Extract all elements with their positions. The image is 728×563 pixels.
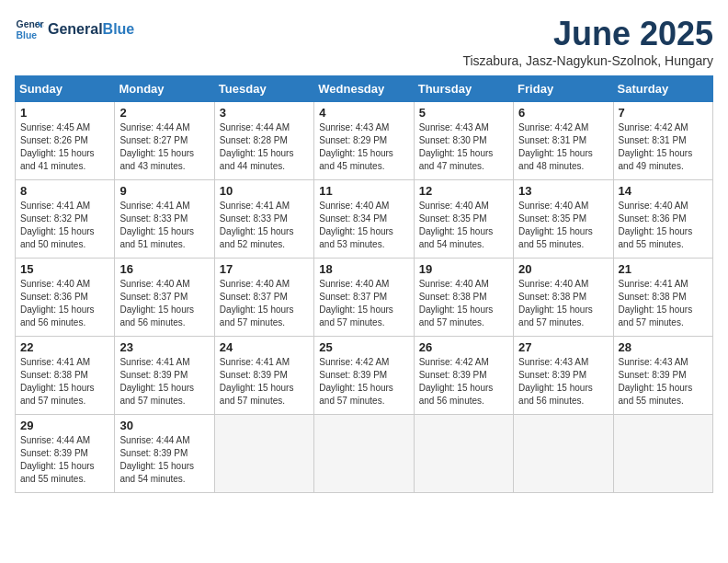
- sunrise-label: Sunrise: 4:40 AM: [119, 279, 189, 289]
- daylight-label: Daylight: 15 hours and 50 minutes.: [20, 226, 95, 249]
- day-number: 25: [319, 340, 408, 354]
- week-row-1: 1 Sunrise: 4:45 AM Sunset: 8:26 PM Dayli…: [16, 102, 713, 180]
- weekday-header-row: SundayMondayTuesdayWednesdayThursdayFrid…: [16, 76, 713, 102]
- day-info: Sunrise: 4:40 AM Sunset: 8:36 PM Dayligh…: [619, 200, 708, 251]
- week-row-5: 29 Sunrise: 4:44 AM Sunset: 8:39 PM Dayl…: [16, 415, 713, 493]
- daylight-label: Daylight: 15 hours and 57 minutes.: [518, 304, 593, 327]
- sunset-label: Sunset: 8:30 PM: [419, 135, 487, 145]
- day-info: Sunrise: 4:41 AM Sunset: 8:33 PM Dayligh…: [119, 200, 209, 251]
- daylight-label: Daylight: 15 hours and 55 minutes.: [20, 461, 95, 484]
- daylight-label: Daylight: 15 hours and 53 minutes.: [319, 226, 393, 249]
- daylight-label: Daylight: 15 hours and 49 minutes.: [619, 148, 693, 171]
- sunset-label: Sunset: 8:38 PM: [619, 292, 687, 302]
- weekday-header-saturday: Saturday: [613, 76, 712, 102]
- sunrise-label: Sunrise: 4:45 AM: [20, 122, 90, 132]
- day-info: Sunrise: 4:40 AM Sunset: 8:38 PM Dayligh…: [419, 278, 508, 329]
- day-info: Sunrise: 4:45 AM Sunset: 8:26 PM Dayligh…: [20, 121, 109, 173]
- sunrise-label: Sunrise: 4:40 AM: [319, 279, 389, 289]
- sunset-label: Sunset: 8:36 PM: [619, 213, 687, 224]
- sunset-label: Sunset: 8:31 PM: [518, 135, 586, 145]
- calendar-cell: 21 Sunrise: 4:41 AM Sunset: 8:38 PM Dayl…: [613, 259, 712, 337]
- sunrise-label: Sunrise: 4:44 AM: [20, 435, 90, 445]
- day-info: Sunrise: 4:43 AM Sunset: 8:39 PM Dayligh…: [619, 356, 708, 408]
- day-info: Sunrise: 4:40 AM Sunset: 8:35 PM Dayligh…: [518, 200, 608, 251]
- daylight-label: Daylight: 15 hours and 44 minutes.: [220, 148, 294, 171]
- daylight-label: Daylight: 15 hours and 57 minutes.: [319, 304, 393, 327]
- logo-blue: Blue: [103, 21, 135, 38]
- day-info: Sunrise: 4:40 AM Sunset: 8:37 PM Dayligh…: [220, 278, 309, 329]
- calendar-cell: 1 Sunrise: 4:45 AM Sunset: 8:26 PM Dayli…: [16, 102, 115, 180]
- logo-icon: General Blue: [15, 15, 44, 44]
- weekday-header-thursday: Thursday: [414, 76, 513, 102]
- sunrise-label: Sunrise: 4:40 AM: [518, 279, 588, 289]
- day-number: 4: [319, 106, 408, 120]
- sunset-label: Sunset: 8:32 PM: [20, 213, 88, 224]
- calendar-cell: 9 Sunrise: 4:41 AM Sunset: 8:33 PM Dayli…: [115, 180, 214, 259]
- calendar-cell: 3 Sunrise: 4:44 AM Sunset: 8:28 PM Dayli…: [214, 102, 313, 180]
- week-row-2: 8 Sunrise: 4:41 AM Sunset: 8:32 PM Dayli…: [16, 180, 713, 259]
- daylight-label: Daylight: 15 hours and 55 minutes.: [619, 383, 693, 406]
- daylight-label: Daylight: 15 hours and 57 minutes.: [419, 304, 494, 327]
- calendar-cell: [613, 415, 712, 493]
- calendar-cell: 25 Sunrise: 4:42 AM Sunset: 8:39 PM Dayl…: [314, 337, 414, 415]
- calendar-cell: 10 Sunrise: 4:41 AM Sunset: 8:33 PM Dayl…: [214, 180, 313, 259]
- day-number: 3: [220, 106, 309, 120]
- day-info: Sunrise: 4:40 AM Sunset: 8:36 PM Dayligh…: [20, 278, 109, 329]
- day-number: 9: [119, 184, 209, 198]
- sunrise-label: Sunrise: 4:40 AM: [20, 279, 90, 289]
- calendar-cell: 5 Sunrise: 4:43 AM Sunset: 8:30 PM Dayli…: [414, 102, 513, 180]
- sunrise-label: Sunrise: 4:43 AM: [518, 357, 588, 367]
- sunset-label: Sunset: 8:29 PM: [319, 135, 387, 145]
- day-info: Sunrise: 4:40 AM Sunset: 8:35 PM Dayligh…: [419, 200, 508, 251]
- day-number: 14: [619, 184, 708, 198]
- sunset-label: Sunset: 8:39 PM: [20, 448, 88, 458]
- weekday-header-tuesday: Tuesday: [214, 76, 313, 102]
- sunset-label: Sunset: 8:39 PM: [619, 370, 687, 380]
- sunset-label: Sunset: 8:33 PM: [119, 213, 188, 224]
- day-info: Sunrise: 4:40 AM Sunset: 8:38 PM Dayligh…: [518, 278, 608, 329]
- sunset-label: Sunset: 8:28 PM: [220, 135, 288, 145]
- day-number: 30: [119, 419, 209, 432]
- day-info: Sunrise: 4:42 AM Sunset: 8:31 PM Dayligh…: [619, 121, 708, 173]
- day-number: 27: [518, 340, 608, 354]
- day-info: Sunrise: 4:43 AM Sunset: 8:29 PM Dayligh…: [319, 121, 408, 173]
- calendar-cell: 4 Sunrise: 4:43 AM Sunset: 8:29 PM Dayli…: [314, 102, 414, 180]
- day-info: Sunrise: 4:44 AM Sunset: 8:39 PM Dayligh…: [20, 434, 109, 486]
- day-number: 26: [419, 340, 508, 354]
- sunrise-label: Sunrise: 4:42 AM: [619, 122, 688, 132]
- daylight-label: Daylight: 15 hours and 47 minutes.: [419, 148, 494, 171]
- daylight-label: Daylight: 15 hours and 54 minutes.: [119, 461, 194, 484]
- daylight-label: Daylight: 15 hours and 56 minutes.: [20, 304, 95, 327]
- day-number: 11: [319, 184, 408, 198]
- daylight-label: Daylight: 15 hours and 52 minutes.: [220, 226, 294, 249]
- title-area: June 2025 Tiszabura, Jasz-Nagykun-Szolno…: [462, 15, 713, 68]
- day-info: Sunrise: 4:43 AM Sunset: 8:39 PM Dayligh…: [518, 356, 608, 408]
- daylight-label: Daylight: 15 hours and 57 minutes.: [20, 383, 95, 406]
- day-number: 15: [20, 262, 109, 276]
- day-number: 22: [20, 340, 109, 354]
- sunset-label: Sunset: 8:35 PM: [518, 213, 586, 224]
- sunset-label: Sunset: 8:31 PM: [619, 135, 687, 145]
- daylight-label: Daylight: 15 hours and 56 minutes.: [419, 383, 494, 406]
- sunset-label: Sunset: 8:26 PM: [20, 135, 88, 145]
- calendar-cell: [214, 415, 313, 493]
- day-number: 6: [518, 106, 608, 120]
- calendar-cell: 6 Sunrise: 4:42 AM Sunset: 8:31 PM Dayli…: [514, 102, 613, 180]
- calendar-cell: 18 Sunrise: 4:40 AM Sunset: 8:37 PM Dayl…: [314, 259, 414, 337]
- sunrise-label: Sunrise: 4:40 AM: [518, 201, 588, 211]
- day-number: 7: [619, 106, 708, 120]
- calendar-cell: 11 Sunrise: 4:40 AM Sunset: 8:34 PM Dayl…: [314, 180, 414, 259]
- sunrise-label: Sunrise: 4:41 AM: [619, 279, 688, 289]
- weekday-header-wednesday: Wednesday: [314, 76, 414, 102]
- daylight-label: Daylight: 15 hours and 56 minutes.: [119, 304, 194, 327]
- calendar-cell: 14 Sunrise: 4:40 AM Sunset: 8:36 PM Dayl…: [613, 180, 712, 259]
- day-number: 20: [518, 262, 608, 276]
- sunrise-label: Sunrise: 4:40 AM: [419, 201, 489, 211]
- sunset-label: Sunset: 8:34 PM: [319, 213, 387, 224]
- sunrise-label: Sunrise: 4:43 AM: [619, 357, 688, 367]
- sunrise-label: Sunrise: 4:40 AM: [619, 201, 688, 211]
- day-number: 2: [119, 106, 209, 120]
- sunset-label: Sunset: 8:38 PM: [518, 292, 586, 302]
- day-number: 16: [119, 262, 209, 276]
- svg-text:Blue: Blue: [17, 30, 38, 40]
